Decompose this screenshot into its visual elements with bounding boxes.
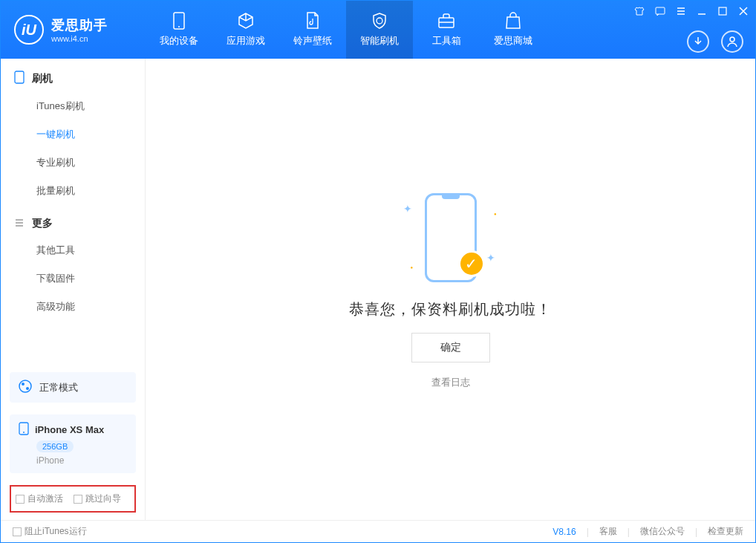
checkbox-label: 阻止iTunes运行 <box>25 525 87 538</box>
phone-icon <box>170 12 188 30</box>
nav-label: 铃声壁纸 <box>293 34 332 48</box>
checkbox-auto-activate[interactable]: 自动激活 <box>16 492 63 505</box>
success-illustration: ✦ ● ● ✦ ✓ <box>384 189 518 286</box>
device-phone-icon <box>19 422 29 438</box>
sidebar-section-more: 更多 <box>1 205 145 236</box>
nav-label: 爱思商城 <box>494 34 532 48</box>
nav-my-device[interactable]: 我的设备 <box>146 1 212 59</box>
sidebar-item-advanced[interactable]: 高级功能 <box>1 293 145 321</box>
download-icon[interactable] <box>687 30 709 53</box>
svg-rect-6 <box>15 71 24 83</box>
minimize-icon[interactable] <box>696 5 708 17</box>
device-icon <box>14 71 25 86</box>
separator: | <box>587 527 589 537</box>
checkbox-icon <box>16 495 25 504</box>
body-area: 刷机 iTunes刷机 一键刷机 专业刷机 批量刷机 更多 其他工具 下载固件 … <box>1 59 755 520</box>
confirm-button[interactable]: 确定 <box>411 333 490 362</box>
sparkle-icon: ● <box>411 265 414 270</box>
mode-card[interactable]: 正常模式 <box>10 372 136 403</box>
svg-point-7 <box>19 380 31 392</box>
svg-point-9 <box>26 387 29 390</box>
footer-right: V8.16 | 客服 | 微信公众号 | 检查更新 <box>553 525 743 538</box>
cube-icon <box>237 12 255 30</box>
success-message: 恭喜您，保资料刷机成功啦！ <box>349 299 552 319</box>
checkbox-label: 自动激活 <box>27 492 63 505</box>
checkbox-skip-guide[interactable]: 跳过向导 <box>74 492 121 505</box>
section-title: 更多 <box>32 217 53 230</box>
separator: | <box>628 527 630 537</box>
check-badge-icon: ✓ <box>458 250 485 277</box>
window-controls <box>633 5 749 17</box>
app-header: iU 爱思助手 www.i4.cn 我的设备 应用游戏 铃声壁纸 智能刷机 工具… <box>1 1 755 59</box>
view-log-link[interactable]: 查看日志 <box>431 376 470 389</box>
version-label: V8.16 <box>553 527 576 537</box>
device-name-row: iPhone XS Max <box>19 422 104 438</box>
sparkle-icon: ✦ <box>486 252 495 264</box>
checkbox-label: 跳过向导 <box>85 492 121 505</box>
sidebar-item-batch-flash[interactable]: 批量刷机 <box>1 177 145 205</box>
user-icon[interactable] <box>721 30 743 53</box>
checkbox-block-itunes[interactable]: 阻止iTunes运行 <box>13 525 87 538</box>
nav-smart-flash[interactable]: 智能刷机 <box>346 1 413 59</box>
sidebar-item-download-firmware[interactable]: 下载固件 <box>1 264 145 293</box>
nav-label: 智能刷机 <box>360 34 399 48</box>
toolbox-icon <box>437 12 455 30</box>
svg-point-11 <box>23 432 25 433</box>
sidebar-item-oneclick-flash[interactable]: 一键刷机 <box>1 120 145 149</box>
shirt-icon[interactable] <box>633 5 645 17</box>
checkbox-row: 自动激活 跳过向导 <box>10 485 136 513</box>
footer-link-update[interactable]: 检查更新 <box>708 525 743 538</box>
nav-apps-games[interactable]: 应用游戏 <box>212 1 279 59</box>
sidebar-item-other-tools[interactable]: 其他工具 <box>1 236 145 264</box>
header-actions <box>687 30 743 53</box>
phone-notch <box>442 195 460 199</box>
checkbox-icon <box>13 527 22 536</box>
checkbox-icon <box>74 495 82 504</box>
shield-sync-icon <box>371 12 388 30</box>
svg-point-5 <box>730 37 734 42</box>
nav-label: 我的设备 <box>160 34 198 48</box>
footer-link-service[interactable]: 客服 <box>599 525 617 538</box>
device-name: iPhone XS Max <box>35 424 104 435</box>
device-card[interactable]: iPhone XS Max 256GB iPhone <box>10 414 136 473</box>
sparkle-icon: ✦ <box>403 203 412 215</box>
bag-icon <box>504 12 522 30</box>
sidebar: 刷机 iTunes刷机 一键刷机 专业刷机 批量刷机 更多 其他工具 下载固件 … <box>1 59 146 520</box>
mode-label: 正常模式 <box>39 381 78 394</box>
logo-icon: iU <box>14 15 44 45</box>
section-title: 刷机 <box>32 72 53 85</box>
nav-ringtone-wallpaper[interactable]: 铃声壁纸 <box>279 1 346 59</box>
svg-rect-4 <box>719 7 726 15</box>
menu-icon[interactable] <box>675 5 687 17</box>
app-title: 爱思助手 <box>51 16 108 34</box>
footer-link-wechat[interactable]: 微信公众号 <box>640 525 685 538</box>
feedback-icon[interactable] <box>654 5 666 17</box>
device-storage: 256GB <box>36 440 74 452</box>
list-icon <box>14 218 25 230</box>
nav-toolbox[interactable]: 工具箱 <box>413 1 480 59</box>
app-subtitle: www.i4.cn <box>51 34 108 43</box>
main-content: ✦ ● ● ✦ ✓ 恭喜您，保资料刷机成功啦！ 确定 查看日志 <box>146 59 755 520</box>
nav-label: 工具箱 <box>432 34 461 48</box>
music-file-icon <box>304 12 322 30</box>
logo-text: 爱思助手 www.i4.cn <box>51 16 108 43</box>
sidebar-section-flash: 刷机 <box>1 59 145 92</box>
svg-rect-3 <box>656 7 665 14</box>
device-type: iPhone <box>36 455 64 466</box>
sidebar-item-itunes-flash[interactable]: iTunes刷机 <box>1 92 145 120</box>
close-icon[interactable] <box>737 5 749 17</box>
sidebar-item-pro-flash[interactable]: 专业刷机 <box>1 149 145 177</box>
nav-tabs: 我的设备 应用游戏 铃声壁纸 智能刷机 工具箱 爱思商城 <box>146 1 547 59</box>
logo-area: iU 爱思助手 www.i4.cn <box>1 15 146 45</box>
mode-icon <box>19 380 32 395</box>
nav-store[interactable]: 爱思商城 <box>480 1 547 59</box>
maximize-icon[interactable] <box>717 5 729 17</box>
footer: 阻止iTunes运行 V8.16 | 客服 | 微信公众号 | 检查更新 <box>1 520 755 542</box>
sparkle-icon: ● <box>494 212 497 216</box>
svg-point-8 <box>22 383 25 386</box>
nav-label: 应用游戏 <box>227 34 265 48</box>
footer-left: 阻止iTunes运行 <box>13 525 87 538</box>
separator: | <box>695 527 697 537</box>
svg-point-1 <box>178 26 180 27</box>
